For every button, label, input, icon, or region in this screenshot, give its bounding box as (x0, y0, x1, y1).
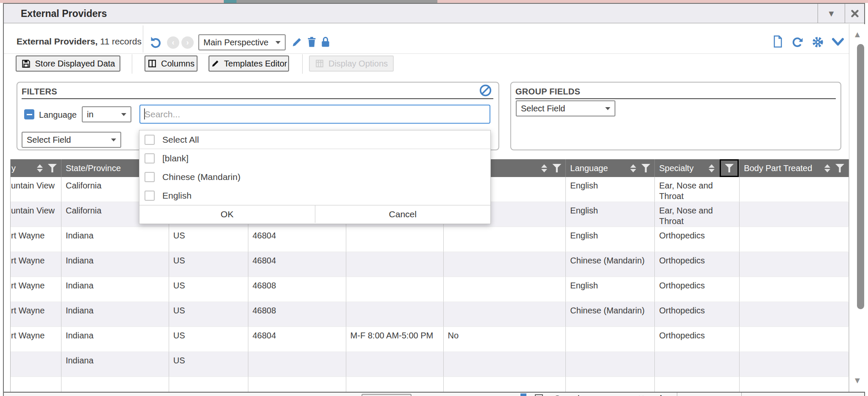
filter-funnel-icon[interactable] (720, 159, 739, 177)
checkbox[interactable] (145, 172, 155, 182)
refresh-button[interactable] (791, 36, 804, 49)
lock-perspective-button[interactable] (320, 36, 331, 48)
sort-icon[interactable] (709, 164, 715, 172)
history-forward-button[interactable]: › (181, 36, 194, 49)
perspective-select[interactable]: Main Perspective (198, 34, 286, 50)
columns-label: Columns (161, 59, 195, 69)
collapse-toolbar-button[interactable] (832, 37, 844, 47)
grid-icon (315, 59, 324, 68)
store-displayed-data-label: Store Displayed Data (35, 59, 115, 69)
table-cell (444, 302, 566, 327)
document-icon (771, 35, 784, 48)
dialog-close-button[interactable] (845, 4, 864, 23)
column-header[interactable]: Language (566, 159, 655, 177)
dropdown-option-label: English (162, 191, 192, 201)
lock-icon (320, 36, 331, 48)
footer-close-icon[interactable]: ✕ (638, 393, 645, 396)
scroll-down-icon[interactable]: ▼ (849, 376, 865, 385)
checkbox[interactable] (145, 191, 155, 201)
history-back-button[interactable]: ‹ (167, 36, 179, 49)
table-cell (444, 377, 566, 392)
footer-button[interactable] (362, 394, 412, 396)
column-header[interactable]: Body Part Treated (740, 159, 849, 177)
footer-divider (677, 393, 677, 396)
filter-funnel-icon[interactable] (641, 164, 650, 172)
sort-icon[interactable] (37, 164, 43, 172)
group-field-select[interactable]: Select Field (516, 100, 615, 116)
table-cell (444, 352, 566, 377)
table-cell: Indiana (61, 327, 169, 352)
ok-button[interactable]: OK (139, 205, 315, 223)
sort-icon[interactable] (541, 164, 547, 172)
clear-filters-button[interactable] (479, 84, 492, 97)
dropdown-option[interactable]: [blank] (139, 149, 490, 168)
filter-funnel-icon[interactable] (48, 164, 57, 172)
scroll-up-icon[interactable]: ▲ (849, 30, 865, 39)
columns-icon (147, 59, 157, 68)
funnel-shape (552, 164, 561, 172)
table-row[interactable]: IndianaUS (11, 352, 849, 377)
cancel-button[interactable]: Cancel (315, 205, 491, 223)
sort-up-icon (541, 164, 547, 168)
undo-icon (148, 35, 163, 49)
table-cell (346, 277, 444, 302)
templates-editor-button[interactable]: Templates Editor (209, 55, 289, 72)
chevron-down-icon (832, 37, 844, 47)
undo-button[interactable] (148, 35, 163, 49)
table-cell: 46804 (248, 252, 346, 277)
columns-button[interactable]: Columns (145, 55, 198, 72)
table-cell (740, 227, 849, 252)
table-row[interactable]: rt WayneIndianaUS46808Chinese (Mandarin)… (11, 302, 849, 327)
delete-perspective-button[interactable] (306, 36, 317, 48)
filter-operator-select[interactable]: in (82, 106, 131, 122)
table-cell: Chinese (Mandarin) (566, 302, 655, 327)
edit-perspective-button[interactable] (291, 36, 303, 48)
footer-checkbox[interactable] (535, 394, 543, 396)
perspective-select-value: Main Perspective (199, 38, 271, 47)
sort-icon[interactable] (630, 164, 636, 172)
sort-up-icon (709, 164, 715, 168)
table-row[interactable]: rt WayneIndianaUS46804EnglishOrthopedics (11, 227, 849, 252)
sort-down-icon (37, 169, 43, 172)
table-cell: Orthopedics (655, 227, 740, 252)
table-row[interactable]: rt WayneIndianaUS46808EnglishOrthopedics (11, 277, 849, 302)
dialog-titlebar: External Providers ▼ (4, 4, 864, 23)
column-header[interactable]: Specialty (655, 159, 740, 177)
table-cell (740, 377, 849, 392)
scrollbar-thumb[interactable] (857, 44, 864, 309)
sort-down-icon (709, 169, 715, 172)
filter-funnel-icon[interactable] (835, 164, 844, 172)
new-document-button[interactable] (771, 35, 784, 48)
table-cell: rt Wayne (11, 327, 61, 352)
checkbox[interactable] (145, 153, 155, 163)
filter-funnel-icon[interactable] (552, 164, 561, 172)
dialog-collapse-button[interactable]: ▼ (818, 4, 845, 23)
table-row[interactable]: rt WayneIndianaUS46804Chinese (Mandarin)… (11, 252, 849, 277)
table-cell (740, 327, 849, 352)
dropdown-option[interactable]: Chinese (Mandarin) (139, 168, 490, 186)
table-cell: Chinese (Mandarin) (566, 252, 655, 277)
dropdown-footer: OK Cancel (139, 205, 490, 223)
funnel-shape (641, 164, 650, 172)
dropdown-option[interactable]: English (139, 186, 490, 205)
settings-button[interactable] (811, 36, 824, 49)
sort-up-icon (824, 164, 830, 168)
table-cell (655, 352, 740, 377)
table-cell (346, 352, 444, 377)
group-fields-title: GROUP FIELDS (515, 87, 580, 97)
dropdown-option[interactable]: Select All (139, 130, 490, 149)
column-label: Body Part Treated (744, 163, 824, 173)
add-filter-field-select[interactable]: Select Field (22, 132, 121, 148)
sort-icon[interactable] (824, 164, 830, 172)
filter-search-input[interactable] (139, 105, 490, 124)
store-displayed-data-button[interactable]: Store Displayed Data (16, 55, 120, 72)
table-row[interactable]: rt WayneIndianaUS46804M-F 8:00 AM-5:00 P… (11, 327, 849, 352)
display-options-button: Display Options (309, 55, 394, 72)
footer-sort-az-icon[interactable]: A (658, 393, 664, 396)
table-cell (740, 252, 849, 277)
column-header[interactable]: y (11, 159, 61, 177)
checkbox[interactable] (145, 135, 155, 145)
table-cell: rt Wayne (11, 302, 61, 327)
table-row[interactable] (11, 377, 849, 392)
remove-filter-button[interactable] (24, 109, 34, 119)
